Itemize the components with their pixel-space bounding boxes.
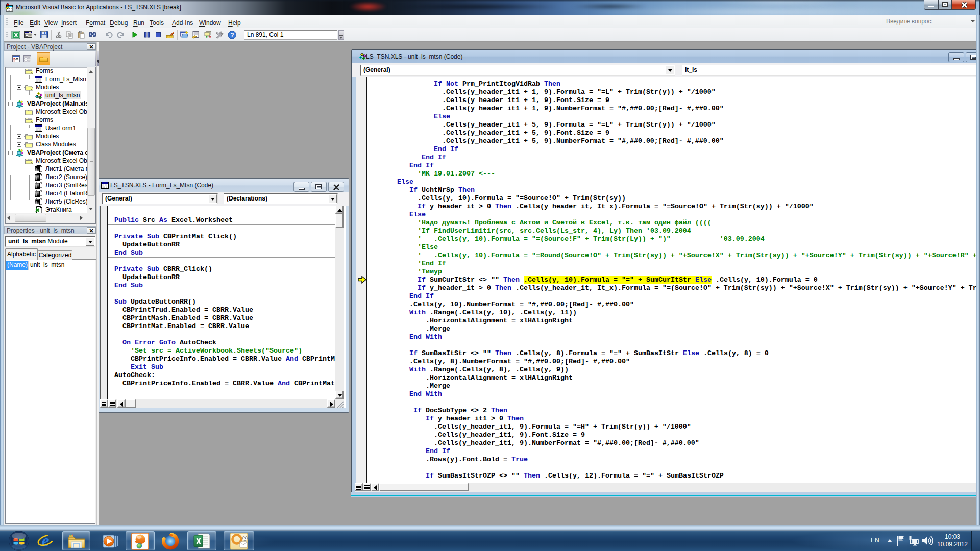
svg-text:e: e — [41, 532, 49, 550]
svg-text:?: ? — [230, 32, 234, 39]
